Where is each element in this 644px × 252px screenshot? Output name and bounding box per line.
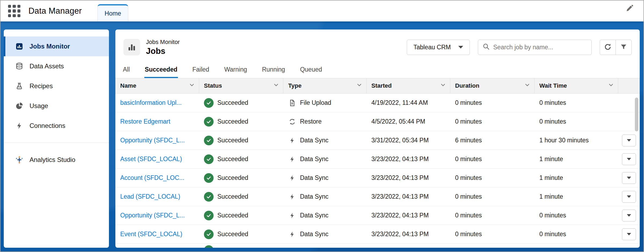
row-menu-button[interactable]: [622, 191, 636, 203]
duration-cell: 0 minutes: [450, 187, 535, 206]
status-label: Succeeded: [217, 174, 248, 181]
status-label: Succeeded: [217, 155, 248, 163]
sidebar-item-label: Data Assets: [30, 62, 64, 70]
row-action-cell: [618, 225, 640, 243]
column-header-wait-time[interactable]: Wait Time: [535, 78, 618, 93]
column-header-actions: [618, 78, 640, 93]
row-action-cell: [618, 169, 640, 187]
chevron-down-icon: [440, 82, 446, 90]
bar-chart-icon: [15, 42, 24, 51]
app-launcher-icon[interactable]: [8, 5, 20, 17]
sidebar-item-usage[interactable]: Usage: [4, 96, 109, 116]
column-header-status[interactable]: Status: [199, 78, 283, 93]
wait-time-cell: 1 minute: [535, 187, 618, 206]
table-row: Opportunity (SFDC_L... Succeeded Data Sy…: [115, 206, 640, 225]
table-actions: [600, 40, 632, 55]
tab-running[interactable]: Running: [261, 62, 286, 78]
success-check-icon: [204, 98, 214, 108]
flask-icon: [15, 82, 24, 90]
job-name-link[interactable]: Restore Edgemart: [120, 118, 170, 125]
job-type-cell: Data Sync: [283, 131, 367, 150]
job-name-cell: Event (SFDC_LOCAL): [115, 225, 199, 243]
row-menu-button[interactable]: [622, 153, 636, 165]
sidebar-item-recipes[interactable]: Recipes: [4, 76, 109, 96]
wait-time-cell: 1 minute: [535, 150, 618, 168]
chevron-down-icon: [458, 46, 463, 49]
duration-cell: 6 minutes: [450, 131, 535, 150]
success-check-icon: [204, 173, 214, 183]
sidebar-item-connections[interactable]: Connections: [4, 116, 109, 136]
job-type-cell: Data Sync: [283, 206, 367, 225]
job-status-cell: Succeeded: [199, 225, 283, 243]
job-type-cell: Data Sync: [283, 169, 367, 187]
started-cell: 3/23/2022, 04:13 PM: [367, 150, 450, 168]
row-menu-button[interactable]: [622, 210, 636, 221]
search-box: [478, 40, 592, 55]
sidebar-item-label: Usage: [30, 102, 48, 110]
started-cell: 3/31/2022, 05:34 PM: [367, 131, 450, 150]
row-action-cell: [618, 150, 640, 168]
row-action-cell: [618, 131, 640, 150]
row-menu-button[interactable]: [622, 135, 636, 146]
tab-succeeded[interactable]: Succeeded: [144, 62, 178, 78]
sidebar-item-analytics-studio[interactable]: Analytics Studio: [4, 150, 109, 170]
success-check-icon: [204, 117, 214, 127]
status-label: Succeeded: [217, 212, 248, 219]
tab-queued[interactable]: Queued: [299, 62, 323, 78]
status-label: Succeeded: [217, 118, 248, 125]
table-row: Opportunity (SFDC_L... Succeeded Data Sy…: [115, 131, 640, 150]
panel-subtitle: Jobs Monitor: [146, 39, 180, 46]
duration-cell: 0 minutes: [450, 206, 535, 225]
job-name-link[interactable]: Opportunity (SFDC_L...: [120, 137, 185, 144]
data-sync-icon: [288, 136, 296, 144]
job-status-cell: Succeeded: [199, 94, 283, 112]
tab-failed[interactable]: Failed: [191, 62, 210, 78]
row-menu-button[interactable]: [622, 172, 636, 184]
job-type-cell: Data Sync: [283, 150, 367, 168]
sidebar-item-jobs-monitor[interactable]: Jobs Monitor: [4, 36, 109, 56]
scope-picker[interactable]: Tableau CRM: [407, 40, 470, 55]
column-header-started[interactable]: Started: [367, 78, 450, 93]
job-type-cell: Restore: [283, 112, 367, 131]
table-row: basicInformation Upl... Succeeded File U…: [115, 94, 640, 112]
type-label: Restore: [300, 118, 322, 125]
column-header-type[interactable]: Type: [283, 78, 367, 93]
chevron-down-icon: [273, 82, 279, 90]
job-name-link[interactable]: Lead (SFDC_LOCAL): [120, 193, 180, 200]
duration-cell: 0 minutes: [450, 225, 535, 243]
sidebar-item-data-assets[interactable]: Data Assets: [4, 56, 109, 76]
chevron-down-icon: [627, 177, 631, 179]
edit-button[interactable]: [625, 4, 634, 14]
column-header-duration[interactable]: Duration: [450, 78, 535, 93]
job-name-link[interactable]: Asset (SFDC_LOCAL): [120, 155, 182, 163]
status-label: Succeeded: [217, 193, 248, 200]
job-name-link[interactable]: Account (SFDC_LOC...: [120, 174, 184, 181]
sidebar-divider: [4, 143, 109, 143]
vertical-scrollbar[interactable]: [635, 98, 638, 131]
tab-home[interactable]: Home: [97, 4, 128, 21]
tab-warning[interactable]: Warning: [223, 62, 248, 78]
success-check-icon: [204, 192, 214, 202]
job-name-link[interactable]: Opportunity (SFDC_L...: [120, 212, 185, 219]
chevron-down-icon: [627, 214, 631, 217]
chevron-down-icon: [627, 195, 631, 198]
database-icon: [15, 62, 24, 71]
wait-time-cell: 0 minutes: [535, 94, 618, 112]
duration-cell: 0 minutes: [450, 94, 535, 112]
job-name-link[interactable]: basicInformation Upl...: [120, 99, 182, 106]
job-type-cell: Data Sync: [283, 187, 367, 206]
success-check-icon: [204, 211, 214, 220]
wait-time-cell: 0 minutes: [535, 225, 618, 243]
refresh-button[interactable]: [600, 40, 616, 55]
filter-button[interactable]: [616, 40, 632, 55]
search-input[interactable]: [493, 44, 587, 51]
table-header: Name Status Type Started Duration: [115, 78, 640, 94]
pencil-icon: [625, 10, 634, 14]
tab-all[interactable]: All: [122, 62, 131, 78]
row-menu-button[interactable]: [622, 228, 636, 240]
column-header-name[interactable]: Name: [115, 78, 199, 93]
page-title: Jobs: [146, 46, 180, 56]
type-label: Data Sync: [300, 212, 328, 219]
job-name-link[interactable]: Event (SFDC_LOCAL): [120, 231, 182, 238]
success-check-icon: [204, 154, 214, 164]
